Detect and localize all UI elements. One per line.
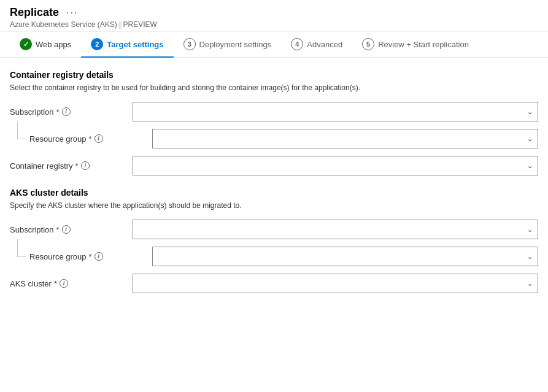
container-registry-title: Container registry details xyxy=(10,70,538,80)
aks-cluster-section: AKS cluster details Specify the AKS clus… xyxy=(10,188,538,293)
cr-registry-required: * xyxy=(75,161,79,171)
aks-cluster-dropdown[interactable]: ⌄ xyxy=(133,274,538,293)
tab-target-settings-label: Target settings xyxy=(107,40,163,49)
cr-resource-group-chevron-icon: ⌄ xyxy=(527,135,533,143)
aks-cluster-chevron-icon: ⌄ xyxy=(527,280,533,288)
aks-indent-line-v xyxy=(17,239,18,256)
aks-indent-line-h xyxy=(17,256,26,257)
cr-subscription-chevron-icon: ⌄ xyxy=(527,108,533,116)
tab-deployment-settings-label: Deployment settings xyxy=(199,40,272,49)
tab-web-apps-label: Web apps xyxy=(36,40,71,49)
aks-cluster-row: AKS cluster * i ⌄ xyxy=(10,274,538,293)
tab-advanced-circle: 4 xyxy=(291,38,303,50)
wizard-tabs: ✓ Web apps 2 Target settings 3 Deploymen… xyxy=(0,32,548,58)
cr-indent-line-v xyxy=(17,121,18,139)
tab-advanced-label: Advanced xyxy=(307,40,342,49)
page-header: Replicate ··· Azure Kubernetes Service (… xyxy=(0,0,548,32)
tab-target-settings[interactable]: 2 Target settings xyxy=(81,32,173,58)
aks-subscription-label: Subscription * i xyxy=(10,225,133,234)
ellipsis-button[interactable]: ··· xyxy=(64,7,80,18)
cr-subscription-info-icon[interactable]: i xyxy=(62,107,71,116)
aks-subscription-info-icon[interactable]: i xyxy=(62,225,71,234)
cr-resource-group-required: * xyxy=(89,134,92,144)
container-registry-section: Container registry details Select the co… xyxy=(10,70,538,175)
aks-resource-group-label: Resource group * i xyxy=(29,252,152,261)
cr-subscription-row: Subscription * i ⌄ xyxy=(10,102,538,121)
aks-cluster-required: * xyxy=(54,279,57,288)
cr-registry-label: Container registry * i xyxy=(10,161,133,171)
cr-subscription-label: Subscription * i xyxy=(10,107,133,117)
page-title: Replicate ··· xyxy=(10,6,538,19)
tab-review-start[interactable]: 5 Review + Start replication xyxy=(352,32,479,58)
aks-resource-group-required: * xyxy=(89,252,92,261)
page-subtitle: Azure Kubernetes Service (AKS) | PREVIEW xyxy=(10,20,538,29)
aks-subscription-chevron-icon: ⌄ xyxy=(527,226,533,234)
aks-cluster-desc: Specify the AKS cluster where the applic… xyxy=(10,201,538,210)
aks-cluster-info-icon[interactable]: i xyxy=(60,279,68,288)
aks-resource-group-info-icon[interactable]: i xyxy=(95,252,103,261)
cr-resource-group-indent: Resource group * i ⌄ xyxy=(29,129,538,148)
aks-resource-group-indent: Resource group * i ⌄ xyxy=(29,247,538,266)
tab-deployment-settings[interactable]: 3 Deployment settings xyxy=(174,32,282,58)
aks-resource-group-row: Resource group * i ⌄ xyxy=(29,247,538,266)
container-registry-desc: Select the container registry to be used… xyxy=(10,83,538,92)
tab-web-apps-circle: ✓ xyxy=(20,38,32,50)
tab-deployment-settings-circle: 3 xyxy=(183,38,196,50)
cr-resource-group-info-icon[interactable]: i xyxy=(95,134,103,143)
aks-subscription-dropdown[interactable]: ⌄ xyxy=(133,220,538,239)
aks-cluster-label: AKS cluster * i xyxy=(10,279,133,288)
cr-registry-info-icon[interactable]: i xyxy=(81,161,90,170)
title-text: Replicate xyxy=(10,6,59,19)
tab-web-apps[interactable]: ✓ Web apps xyxy=(10,32,81,58)
cr-resource-group-label: Resource group * i xyxy=(29,134,152,144)
tab-review-start-label: Review + Start replication xyxy=(378,40,469,49)
cr-registry-row: Container registry * i ⌄ xyxy=(10,156,538,175)
cr-registry-dropdown[interactable]: ⌄ xyxy=(133,156,538,175)
cr-subscription-dropdown[interactable]: ⌄ xyxy=(133,102,538,121)
aks-cluster-title: AKS cluster details xyxy=(10,188,538,198)
tab-target-settings-circle: 2 xyxy=(91,38,103,50)
cr-resource-group-dropdown[interactable]: ⌄ xyxy=(152,129,538,148)
aks-resource-group-chevron-icon: ⌄ xyxy=(527,253,533,261)
cr-registry-chevron-icon: ⌄ xyxy=(527,162,533,170)
cr-indent-line-h xyxy=(17,139,26,139)
cr-subscription-required: * xyxy=(56,107,60,117)
tab-review-start-circle: 5 xyxy=(362,38,374,50)
aks-subscription-row: Subscription * i ⌄ xyxy=(10,220,538,239)
main-content: Container registry details Select the co… xyxy=(0,58,548,318)
tab-advanced[interactable]: 4 Advanced xyxy=(281,32,352,58)
cr-resource-group-row: Resource group * i ⌄ xyxy=(29,129,538,148)
aks-subscription-required: * xyxy=(56,225,60,234)
aks-resource-group-dropdown[interactable]: ⌄ xyxy=(152,247,538,266)
